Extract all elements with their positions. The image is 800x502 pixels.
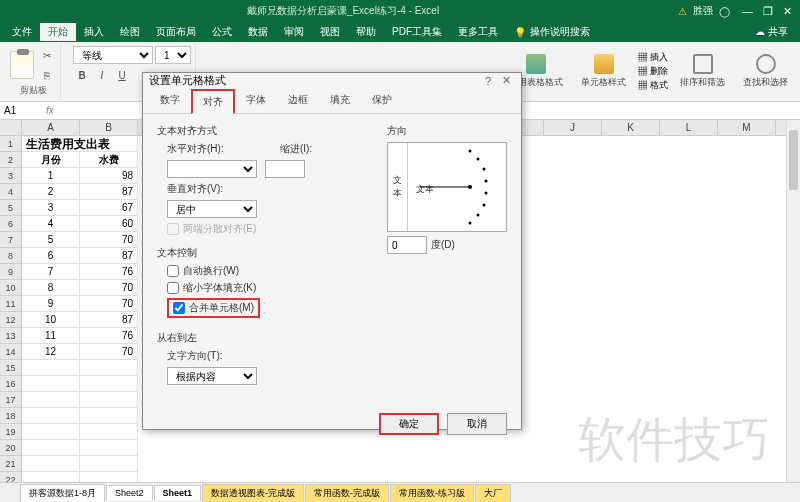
cell-style-button[interactable]: 单元格样式 xyxy=(575,44,632,99)
share-button[interactable]: ☁ 共享 xyxy=(747,25,796,39)
cut-icon[interactable]: ✂ xyxy=(38,46,56,64)
restore-button[interactable]: ❐ xyxy=(763,5,773,18)
valign-select[interactable]: 居中 xyxy=(167,200,257,218)
sheet-tab[interactable]: 常用函数-完成版 xyxy=(305,484,389,502)
scrollbar-thumb[interactable] xyxy=(789,130,798,190)
bulb-icon: 💡 xyxy=(514,27,526,38)
indent-input[interactable] xyxy=(265,160,305,178)
title-bar: 戴师兄数据分析启蒙课_Excel练习-4 - Excel ⚠ 胜强 ◯ — ❐ … xyxy=(0,0,800,22)
svg-point-2 xyxy=(469,150,472,153)
user-avatar-icon: ◯ xyxy=(719,6,730,17)
tab-number[interactable]: 数字 xyxy=(149,88,191,113)
sheet-tabs: 拼客源数据1-8月 Sheet2 Sheet1 数据透视图表-完成版 常用函数-… xyxy=(0,482,800,502)
dialog-help-button[interactable]: ? xyxy=(479,75,497,87)
tab-pagelayout[interactable]: 页面布局 xyxy=(148,23,204,41)
dialog-close-button[interactable]: ✕ xyxy=(497,74,515,87)
svg-point-7 xyxy=(483,204,486,207)
sheet-tab[interactable]: 常用函数-练习版 xyxy=(390,484,474,502)
copy-icon[interactable]: ⎘ xyxy=(38,66,56,84)
tab-help[interactable]: 帮助 xyxy=(348,23,384,41)
svg-point-4 xyxy=(483,168,486,171)
rtl-label: 从右到左 xyxy=(157,331,507,345)
tab-file[interactable]: 文件 xyxy=(4,23,40,41)
clipboard-group: ✂ ⎘ 剪贴板 xyxy=(6,44,61,99)
insert-button[interactable]: ▦ 插入 xyxy=(638,51,668,64)
select-all-corner[interactable] xyxy=(0,120,22,135)
minimize-button[interactable]: — xyxy=(742,5,753,18)
tab-data[interactable]: 数据 xyxy=(240,23,276,41)
tab-border[interactable]: 边框 xyxy=(277,88,319,113)
format-cells-dialog: 设置单元格格式 ? ✕ 数字 对齐 字体 边框 填充 保护 文本对齐方式 水平对… xyxy=(142,72,522,430)
ribbon-tabs: 文件 开始 插入 绘图 页面布局 公式 数据 审阅 视图 帮助 PDF工具集 更… xyxy=(0,22,800,42)
orientation-dial[interactable]: 文本 xyxy=(408,143,506,231)
ok-button[interactable]: 确定 xyxy=(379,413,439,435)
svg-point-9 xyxy=(469,222,472,225)
username: 胜强 xyxy=(693,4,713,18)
cancel-button[interactable]: 取消 xyxy=(447,413,507,435)
table-icon xyxy=(526,54,546,74)
delete-button[interactable]: ▦ 删除 xyxy=(638,65,668,78)
vertical-scrollbar[interactable] xyxy=(786,120,800,482)
tab-fill[interactable]: 填充 xyxy=(319,88,361,113)
sheet-tab[interactable]: 拼客源数据1-8月 xyxy=(20,484,105,502)
tab-home[interactable]: 开始 xyxy=(40,23,76,41)
title-cell: 生活费用支出表 xyxy=(22,136,138,152)
tab-protection[interactable]: 保护 xyxy=(361,88,403,113)
justify-checkbox xyxy=(167,223,179,235)
fx-label[interactable]: fx xyxy=(40,105,60,116)
merge-checkbox[interactable] xyxy=(173,302,185,314)
app-title: 戴师兄数据分析启蒙课_Excel练习-4 - Excel xyxy=(8,4,678,18)
dialog-titlebar[interactable]: 设置单元格格式 ? ✕ xyxy=(143,73,521,88)
svg-point-8 xyxy=(477,214,480,217)
user-area[interactable]: ⚠ 胜强 ◯ xyxy=(678,4,730,18)
orientation-box[interactable]: 文本 文本 xyxy=(387,142,507,232)
font-name-select[interactable]: 等线 xyxy=(73,46,153,64)
sheet-tab[interactable]: Sheet1 xyxy=(154,485,202,500)
sheet-tab[interactable]: 大厂 xyxy=(475,484,511,502)
tab-more[interactable]: 更多工具 xyxy=(450,23,506,41)
textdir-select[interactable]: 根据内容 xyxy=(167,367,257,385)
svg-point-1 xyxy=(468,185,472,189)
wrap-checkbox[interactable] xyxy=(167,265,179,277)
tab-pdf[interactable]: PDF工具集 xyxy=(384,23,450,41)
dialog-tabs: 数字 对齐 字体 边框 填充 保护 xyxy=(143,88,521,114)
shrink-checkbox[interactable] xyxy=(167,282,179,294)
halign-select[interactable] xyxy=(167,160,257,178)
close-button[interactable]: ✕ xyxy=(783,5,792,18)
filter-icon xyxy=(693,54,713,74)
tab-draw[interactable]: 绘图 xyxy=(112,23,148,41)
sheet-tab[interactable]: 数据透视图表-完成版 xyxy=(202,484,304,502)
svg-point-5 xyxy=(485,180,488,183)
tab-font[interactable]: 字体 xyxy=(235,88,277,113)
sort-filter-button[interactable]: 排序和筛选 xyxy=(674,44,731,99)
font-size-select[interactable]: 11 xyxy=(155,46,191,64)
tell-me[interactable]: 💡 操作说明搜索 xyxy=(506,25,598,39)
italic-button[interactable]: I xyxy=(93,66,111,84)
search-icon xyxy=(756,54,776,74)
tab-view[interactable]: 视图 xyxy=(312,23,348,41)
tab-insert[interactable]: 插入 xyxy=(76,23,112,41)
degrees-input[interactable] xyxy=(387,236,427,254)
format-button[interactable]: ▦ 格式 xyxy=(638,79,668,92)
find-select-button[interactable]: 查找和选择 xyxy=(737,44,794,99)
name-box[interactable] xyxy=(0,105,40,116)
svg-point-3 xyxy=(477,158,480,161)
svg-point-6 xyxy=(485,192,488,195)
tab-formulas[interactable]: 公式 xyxy=(204,23,240,41)
cellstyle-icon xyxy=(594,54,614,74)
warning-icon: ⚠ xyxy=(678,6,687,17)
underline-button[interactable]: U xyxy=(113,66,131,84)
bold-button[interactable]: B xyxy=(73,66,91,84)
sheet-tab[interactable]: Sheet2 xyxy=(106,485,153,500)
paste-icon[interactable] xyxy=(10,51,34,79)
tab-alignment[interactable]: 对齐 xyxy=(191,89,235,114)
tab-review[interactable]: 审阅 xyxy=(276,23,312,41)
